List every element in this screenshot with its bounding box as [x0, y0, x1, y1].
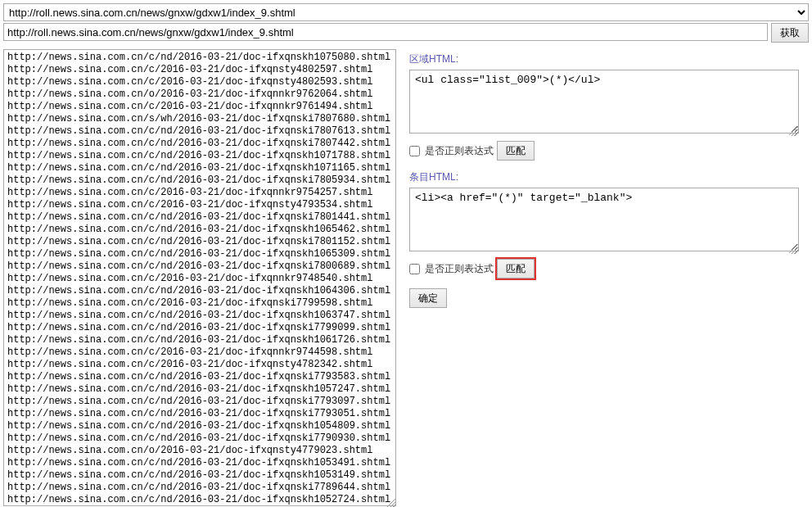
- region-html-label: 区域HTML:: [409, 52, 799, 66]
- entry-match-button[interactable]: 匹配: [497, 259, 535, 278]
- region-regex-checkbox[interactable]: [409, 146, 420, 156]
- entry-html-textarea[interactable]: [409, 188, 799, 251]
- url-list-textarea[interactable]: [3, 49, 396, 506]
- url-select-field[interactable]: http://roll.news.sina.com.cn/news/gnxw/g…: [3, 3, 809, 21]
- entry-regex-label: 是否正则表达式: [425, 262, 494, 276]
- entry-html-label: 条目HTML:: [409, 170, 799, 184]
- url-input[interactable]: [3, 23, 768, 41]
- region-match-button[interactable]: 匹配: [497, 141, 535, 161]
- url-dropdown[interactable]: http://roll.news.sina.com.cn/news/gnxw/g…: [3, 3, 809, 21]
- region-regex-label: 是否正则表达式: [425, 144, 494, 158]
- region-html-textarea[interactable]: [409, 70, 799, 134]
- confirm-button[interactable]: 确定: [409, 288, 447, 308]
- fetch-button[interactable]: 获取: [771, 23, 809, 43]
- entry-regex-checkbox[interactable]: [409, 264, 420, 274]
